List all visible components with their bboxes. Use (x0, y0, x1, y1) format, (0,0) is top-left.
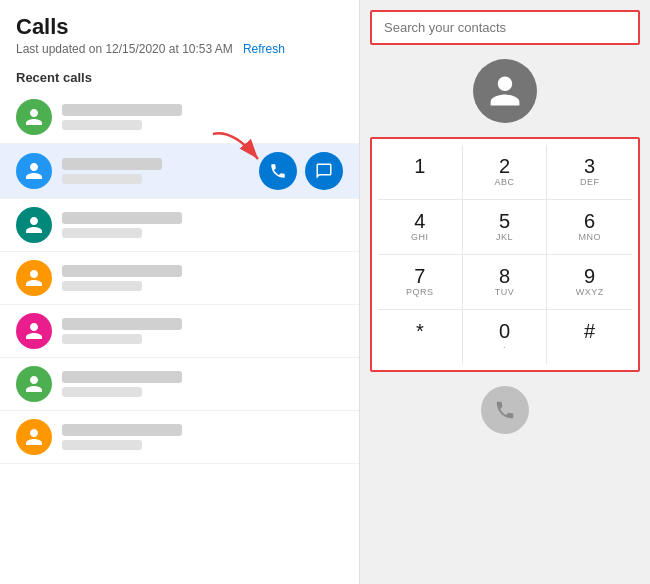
contact-name-blur (62, 424, 182, 436)
contact-name-blur (62, 212, 182, 224)
call-item[interactable] (0, 252, 359, 305)
dialpad-key-7[interactable]: 7PQRS (378, 255, 463, 310)
key-letters: JKL (496, 232, 513, 244)
call-item-highlighted[interactable] (0, 144, 359, 199)
refresh-button[interactable]: Refresh (243, 42, 285, 56)
avatar (16, 153, 52, 189)
contact-detail-blur (62, 174, 142, 184)
key-number: 0 (499, 320, 510, 342)
contact-info (62, 158, 259, 184)
avatar (16, 260, 52, 296)
dial-call-button[interactable] (481, 386, 529, 434)
contact-name-blur (62, 158, 162, 170)
key-letters: PQRS (406, 287, 434, 299)
call-item[interactable] (0, 305, 359, 358)
key-number: 2 (499, 155, 510, 177)
key-letters: GHI (411, 232, 429, 244)
contact-detail-blur (62, 228, 142, 238)
key-letters: TUV (495, 287, 515, 299)
action-buttons (259, 152, 343, 190)
key-letters: DEF (580, 177, 600, 189)
key-number: # (584, 320, 595, 342)
dialpad-key-3[interactable]: 3DEF (547, 145, 632, 200)
page-title: Calls (16, 14, 343, 40)
contact-info (62, 318, 343, 344)
dialpad-key-#[interactable]: # (547, 310, 632, 364)
key-letters: · (503, 342, 506, 354)
key-number: 6 (584, 210, 595, 232)
call-item[interactable] (0, 91, 359, 144)
contact-detail-blur (62, 120, 142, 130)
avatar (16, 313, 52, 349)
key-letters: MNO (578, 232, 601, 244)
contact-info (62, 265, 343, 291)
key-letters: ABC (494, 177, 514, 189)
key-number: 7 (414, 265, 425, 287)
key-letters: WXYZ (576, 287, 604, 299)
contact-name-blur (62, 371, 182, 383)
key-number: 5 (499, 210, 510, 232)
dialpad: 12ABC3DEF4GHI5JKL6MNO7PQRS8TUV9WXYZ*0·# (370, 137, 640, 372)
contact-avatar-large (473, 59, 537, 123)
dialpad-key-0[interactable]: 0· (463, 310, 548, 364)
contact-name-blur (62, 318, 182, 330)
contact-name-blur (62, 265, 182, 277)
contact-detail-blur (62, 334, 142, 344)
avatar (16, 207, 52, 243)
contact-detail-blur (62, 281, 142, 291)
left-panel: Calls Last updated on 12/15/2020 at 10:5… (0, 0, 360, 584)
dialpad-key-2[interactable]: 2ABC (463, 145, 548, 200)
dialpad-key-6[interactable]: 6MNO (547, 200, 632, 255)
dialpad-key-*[interactable]: * (378, 310, 463, 364)
avatar (16, 99, 52, 135)
avatar (16, 419, 52, 455)
key-number: 8 (499, 265, 510, 287)
avatar (16, 366, 52, 402)
dialpad-key-5[interactable]: 5JKL (463, 200, 548, 255)
key-number: 9 (584, 265, 595, 287)
last-updated-time: 10:53 AM (182, 42, 233, 56)
call-button[interactable] (259, 152, 297, 190)
key-number: 1 (414, 155, 425, 177)
contact-info (62, 104, 343, 130)
search-input[interactable] (370, 10, 640, 45)
dialpad-key-9[interactable]: 9WXYZ (547, 255, 632, 310)
key-number: 4 (414, 210, 425, 232)
right-panel: 12ABC3DEF4GHI5JKL6MNO7PQRS8TUV9WXYZ*0·# (360, 0, 650, 584)
message-button[interactable] (305, 152, 343, 190)
last-updated: Last updated on 12/15/2020 at 10:53 AM R… (16, 42, 343, 56)
dialpad-key-4[interactable]: 4GHI (378, 200, 463, 255)
last-updated-text: Last updated on 12/15/2020 at (16, 42, 179, 56)
dialpad-key-1[interactable]: 1 (378, 145, 463, 200)
call-item[interactable] (0, 199, 359, 252)
left-header: Calls Last updated on 12/15/2020 at 10:5… (0, 0, 359, 60)
contact-info (62, 424, 343, 450)
call-item[interactable] (0, 358, 359, 411)
contact-info (62, 212, 343, 238)
calls-list (0, 91, 359, 584)
dialpad-key-8[interactable]: 8TUV (463, 255, 548, 310)
contact-detail-blur (62, 440, 142, 450)
contact-info (62, 371, 343, 397)
call-item[interactable] (0, 411, 359, 464)
key-number: 3 (584, 155, 595, 177)
key-number: * (416, 320, 424, 342)
recent-calls-label: Recent calls (0, 60, 359, 91)
dialpad-grid: 12ABC3DEF4GHI5JKL6MNO7PQRS8TUV9WXYZ*0·# (378, 145, 632, 364)
contact-detail-blur (62, 387, 142, 397)
contact-name-blur (62, 104, 182, 116)
